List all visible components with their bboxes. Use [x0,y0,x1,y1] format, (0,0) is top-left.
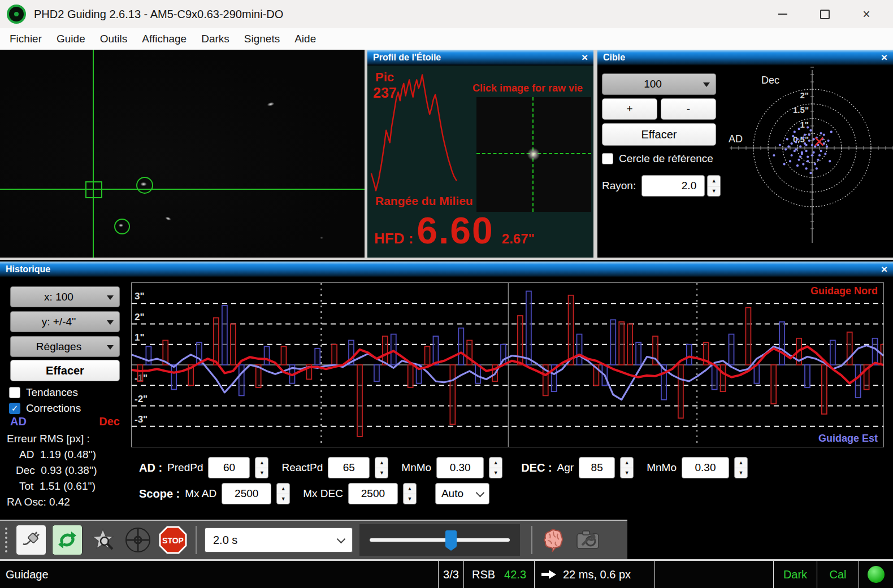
dec-correction-bar [281,346,286,365]
zoom-out-button[interactable]: - [661,98,716,120]
scope-params-row: Scope : Mx AD 2500 ▲▼ Mx DEC 2500 ▲▼ Aut… [139,483,489,504]
close-button[interactable]: × [861,9,872,19]
peak-label: Pic [375,70,394,85]
guide-target-icon [124,526,151,554]
axis-legend: AD Dec [10,415,120,428]
ad-mnmo-stepper[interactable]: ▲▼ [489,457,502,478]
hfd-label: HFD : [374,230,413,247]
auto-select-star-button[interactable] [88,525,118,555]
dec-correction-bar [332,345,337,365]
menu-affichage[interactable]: Affichage [135,28,194,50]
chevron-down-icon [107,295,114,303]
ad-mnmo-label: MnMo [401,461,431,474]
panel-splitter[interactable] [593,50,597,258]
star-profile-header[interactable]: Profil de l'Étoile × [367,50,593,66]
star-profile-panel: Profil de l'Étoile × Pic 237 Click image… [367,50,593,258]
ra-correction-bar [577,334,582,365]
camera-settings-button[interactable] [573,525,602,555]
corrections-checkbox[interactable]: ✓ [9,403,20,414]
history-header[interactable]: Historique × [0,262,893,277]
menu-darks[interactable]: Darks [194,28,237,50]
slider-handle[interactable] [445,530,457,547]
reference-circle-checkbox[interactable] [602,153,613,164]
exposure-select[interactable]: 2.0 s [205,528,353,552]
star-image [265,101,276,108]
start-guiding-button[interactable] [123,525,153,555]
maximize-button[interactable] [820,9,830,19]
star-thumbnail[interactable] [476,97,591,212]
scatter-point [795,141,797,143]
scatter-point [814,163,816,165]
scatter-point [818,154,821,156]
scatter-point [794,130,796,133]
corrections-label: Corrections [26,402,81,415]
rms-tot: Tot 1.51 (0.61'') [19,480,96,493]
trend-checkbox[interactable] [9,387,20,398]
rms-title: Erreur RMS [px] : [7,433,90,445]
predpd-stepper[interactable]: ▲▼ [255,457,268,478]
dec-mnmo-stepper[interactable]: ▲▼ [734,457,748,478]
camera-view[interactable] [0,50,365,258]
radius-input[interactable]: 2.0 [641,175,705,197]
agr-stepper[interactable]: ▲▼ [620,457,634,478]
star-image [163,215,173,222]
profile-mode-label[interactable]: Rangée du Milieu [375,194,473,208]
agr-input[interactable]: 85 [579,457,615,478]
reactpd-input[interactable]: 65 [328,457,370,478]
guide-history-graph[interactable]: 3"2"1"-1"-2"-3" Guidage Nord Guidage Est [131,282,884,447]
zoom-in-button[interactable]: + [602,98,657,120]
radius-stepper[interactable]: ▲▼ [707,175,721,197]
secondary-star-circle [114,219,130,234]
scatter-point [829,160,831,162]
ad-mnmo-input[interactable]: 0.30 [436,457,484,478]
pulse-arrow-icon [541,569,556,580]
toolbar-grip[interactable] [2,525,10,555]
chevron-down-icon [476,488,485,497]
mxad-label: Mx AD [185,487,216,500]
menu-aide[interactable]: Aide [287,28,323,50]
status-bar: Guidage 3/3 RSB 42.3 22 ms, 0.6 px Dark … [0,559,893,588]
target-clear-button[interactable]: Effacer [602,123,716,146]
mxad-input[interactable]: 2500 [222,483,271,504]
predpd-input[interactable]: 60 [208,457,250,478]
stop-button[interactable]: STOP [158,525,188,555]
dec-mnmo-input[interactable]: 0.30 [682,457,729,478]
phd2-logo-icon [7,5,26,24]
phd2-window: PHD2 Guiding 2.6.13 - AM5-C9x0.63-290min… [0,0,893,588]
close-icon[interactable]: × [582,53,588,62]
rms-dec: Dec 0.93 (0.38'') [16,464,97,477]
mxdec-input[interactable]: 2500 [348,483,398,504]
connect-equipment-button[interactable] [16,525,46,555]
settings-dropdown[interactable]: Réglages [10,336,120,357]
x-scale-dropdown[interactable]: x: 100 [10,286,120,307]
target-zoom-value: 100 [602,78,703,90]
mxdec-stepper[interactable]: ▲▼ [403,483,417,504]
panel-splitter-horizontal[interactable] [0,258,893,262]
menu-guide[interactable]: Guide [49,28,93,50]
hfd-readout: HFD : 6.60 2.67" [374,212,535,249]
close-icon[interactable]: × [881,265,887,274]
snr-value: 42.3 [504,568,526,581]
dec-correction-bar [745,308,751,365]
menu-signets[interactable]: Signets [237,28,287,50]
brain-settings-button[interactable] [538,525,567,555]
menu-outils[interactable]: Outils [93,28,135,50]
history-clear-button[interactable]: Effacer [10,360,120,381]
target-zoom-dropdown[interactable]: 100 [602,73,716,95]
y-tick-label: -2" [135,394,148,404]
y-tick-label: 1" [135,332,145,343]
scatter-point [807,160,809,162]
status-snr: RSB 42.3 [463,561,534,588]
dec-mode-select[interactable]: Auto [435,483,489,504]
y-scale-dropdown[interactable]: y: +/-4'' [10,311,120,332]
menu-fichier[interactable]: Fichier [2,28,49,50]
scatter-point [807,127,809,129]
scatter-point [792,135,794,137]
scatter-point [820,150,822,152]
reactpd-stepper[interactable]: ▲▼ [375,457,388,478]
slider-track[interactable] [370,538,510,542]
crosshair-vertical [93,50,94,258]
loop-exposures-button[interactable] [52,525,83,555]
mxad-stepper[interactable]: ▲▼ [276,483,290,504]
minimize-button[interactable] [778,9,788,19]
